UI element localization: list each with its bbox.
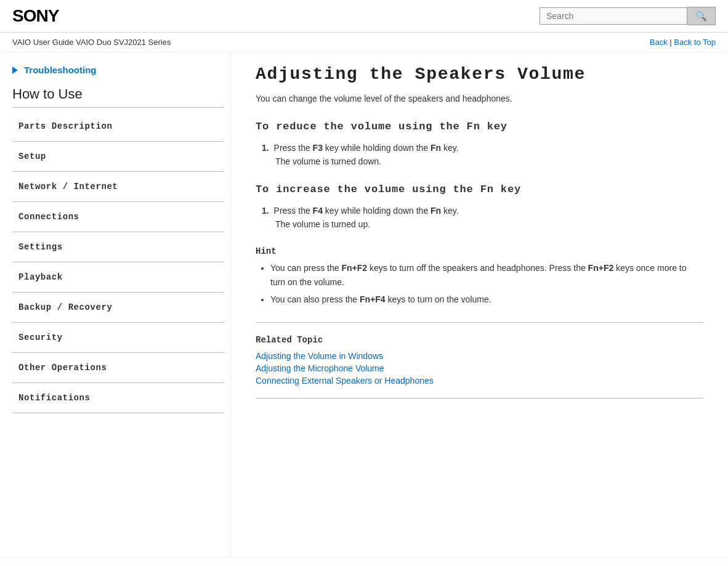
related-link-1[interactable]: Adjusting the Volume in Windows [256, 351, 703, 361]
intro-text: You can change the volume level of the s… [256, 94, 703, 103]
sidebar-item-backup-recovery[interactable]: Backup / Recovery [12, 293, 224, 323]
sidebar-item-notifications[interactable]: Notifications [12, 383, 224, 413]
sidebar-item-settings[interactable]: Settings [12, 232, 224, 262]
hint2-before1: You can also press the [270, 294, 360, 304]
search-button[interactable]: 🔍 [687, 7, 716, 25]
section2-title: To increase the volume using the Fn key [256, 184, 703, 195]
step2-text-end: key. [441, 206, 459, 216]
hint-list: You can press the Fn+F2 keys to turn off… [256, 261, 703, 307]
section2-step1: 1. Press the F4 key while holding down t… [262, 204, 703, 232]
back-to-top-link[interactable]: Back to Top [674, 38, 716, 47]
section1-title: To reduce the volume using the Fn key [256, 121, 703, 132]
divider-bottom [256, 398, 703, 398]
hint-section: Hint You can press the Fn+F2 keys to tur… [256, 246, 703, 307]
sidebar-item-setup[interactable]: Setup [12, 142, 224, 172]
hint1-key2: Fn+F2 [588, 263, 614, 273]
header: SONY 🔍 [0, 0, 728, 33]
hint1-key1: Fn+F2 [341, 263, 367, 273]
step2-number: 1. [262, 206, 269, 216]
sidebar-item-parts-description[interactable]: Parts Description [12, 111, 224, 142]
step1-number: 1. [262, 143, 269, 153]
step2-key2: Fn [431, 206, 441, 216]
troubleshooting-label-text: Troubleshooting [24, 65, 97, 75]
how-to-use-heading: How to Use [12, 86, 224, 108]
search-area: 🔍 [540, 7, 716, 25]
hint2-key1: Fn+F4 [360, 294, 386, 304]
hint-item-1: You can press the Fn+F2 keys to turn off… [270, 261, 703, 291]
divider-related [256, 322, 703, 323]
section1-step1: 1. Press the F3 key while holding down t… [262, 141, 703, 169]
step1-text-before: Press the [274, 143, 313, 153]
step1-text-end: key. [441, 143, 459, 153]
section1-steps: 1. Press the F3 key while holding down t… [256, 141, 703, 169]
page-title: Adjusting the Speakers Volume [256, 65, 703, 84]
step1-sub: The volume is turned down. [275, 155, 703, 168]
related-topic-label: Related Topic [256, 335, 703, 345]
step1-text-mid: key while holding down the [323, 143, 431, 153]
troubleshooting-section[interactable]: Troubleshooting [12, 65, 224, 75]
sidebar-item-connections[interactable]: Connections [12, 202, 224, 232]
hint2-after1: keys to turn on the volume. [386, 294, 491, 304]
guide-title: VAIO User Guide VAIO Duo SVJ2021 Series [12, 38, 171, 47]
back-link[interactable]: Back [650, 38, 668, 47]
step2-sub: The volume is turned up. [275, 217, 703, 231]
hint-label: Hint [256, 246, 703, 256]
hint-item-2: You can also press the Fn+F4 keys to tur… [270, 293, 703, 307]
step2-text-mid: key while holding down the [323, 206, 431, 216]
sidebar-item-security[interactable]: Security [12, 323, 224, 353]
layout: Troubleshooting How to Use Parts Descrip… [0, 52, 728, 557]
sidebar: Troubleshooting How to Use Parts Descrip… [0, 52, 231, 557]
related-topic-section: Related Topic Adjusting the Volume in Wi… [256, 335, 703, 386]
sidebar-item-other-operations[interactable]: Other Operations [12, 353, 224, 383]
search-input[interactable] [540, 7, 687, 25]
section2-steps: 1. Press the F4 key while holding down t… [256, 204, 703, 232]
section-reduce-volume: To reduce the volume using the Fn key 1.… [256, 121, 703, 169]
step2-text-before: Press the [274, 206, 313, 216]
step1-key1: F3 [313, 143, 323, 153]
subheader: VAIO User Guide VAIO Duo SVJ2021 Series … [0, 33, 728, 52]
hint1-before1: You can press the [270, 263, 341, 273]
sony-logo: SONY [12, 6, 59, 26]
related-link-2[interactable]: Adjusting the Microphone Volume [256, 363, 703, 373]
footer: © 2012 Sony Corporation [0, 557, 728, 566]
sidebar-item-playback[interactable]: Playback [12, 262, 224, 293]
hint1-after1: keys to turn off the speakers and headph… [367, 263, 588, 273]
chevron-icon [12, 67, 18, 74]
main-content: Adjusting the Speakers Volume You can ch… [231, 52, 728, 557]
step1-key2: Fn [431, 143, 441, 153]
section-increase-volume: To increase the volume using the Fn key … [256, 184, 703, 232]
step2-key1: F4 [313, 206, 323, 216]
search-icon: 🔍 [696, 11, 706, 21]
sidebar-item-network-internet[interactable]: Network / Internet [12, 172, 224, 202]
related-link-3[interactable]: Connecting External Speakers or Headphon… [256, 376, 703, 386]
nav-links: Back | Back to Top [650, 38, 716, 47]
